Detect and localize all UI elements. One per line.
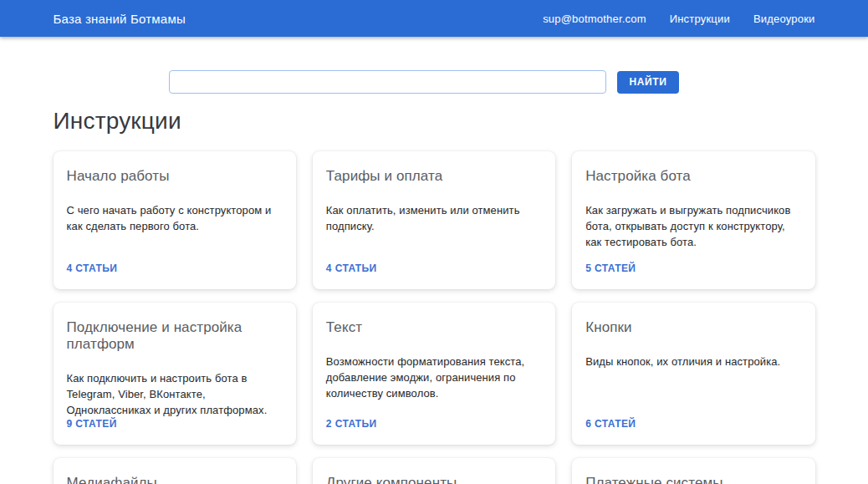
card-title: Подключение и настройка платформ [67,319,283,353]
search-button[interactable]: НАЙТИ [617,71,680,94]
category-card[interactable]: Другие компоненты [313,458,555,484]
category-card[interactable]: Медиафайлы [54,458,296,484]
card-articles-link[interactable]: 5 СТАТЕЙ [585,262,801,274]
category-card[interactable]: Тарифы и оплата Как оплатить, изменить и… [313,151,555,289]
card-articles-link[interactable]: 4 СТАТЬИ [67,262,283,274]
card-title: Медиафайлы [67,475,283,484]
card-title: Кнопки [585,319,801,336]
card-grid: Начало работы С чего начать работу с кон… [54,151,815,484]
page-title: Инструкции [54,108,815,135]
card-title: Текст [326,319,542,336]
card-description: Как загружать и выгружать подписчиков бо… [585,202,801,250]
card-articles-link[interactable]: 4 СТАТЬИ [326,262,542,274]
header-link-instructions[interactable]: Инструкции [670,13,730,25]
category-card[interactable]: Текст Возможности форматирования текста,… [313,303,555,445]
header-nav: sup@botmother.com Инструкции Видеоуроки [543,13,814,25]
card-description: Возможности форматирования текста, добав… [326,354,542,401]
main-content: Инструкции Начало работы С чего начать р… [54,108,815,484]
card-description: Как подключить и настроить бота в Telegr… [67,370,283,418]
search-bar: НАЙТИ [54,70,815,94]
category-card[interactable]: Начало работы С чего начать работу с кон… [54,151,296,289]
card-title: Другие компоненты [326,475,542,484]
card-title: Платежные системы [585,475,801,484]
card-description: С чего начать работу с конструктором и к… [67,202,283,234]
category-card[interactable]: Платежные системы [572,458,814,484]
card-articles-link[interactable]: 9 СТАТЕЙ [67,418,283,430]
card-title: Начало работы [67,168,283,185]
card-description: Как оплатить, изменить или отменить подп… [326,202,542,234]
category-card[interactable]: Подключение и настройка платформ Как под… [54,303,296,445]
app-title[interactable]: База знаний Ботмамы [54,12,186,26]
card-title: Тарифы и оплата [326,168,542,185]
card-title: Настройка бота [585,168,801,185]
header-link-video-lessons[interactable]: Видеоуроки [753,13,815,25]
search-input[interactable] [169,70,606,94]
card-articles-link[interactable]: 6 СТАТЕЙ [585,418,801,430]
app-header: База знаний Ботмамы sup@botmother.com Ин… [0,0,868,37]
card-description: Виды кнопок, их отличия и настройка. [585,354,801,369]
card-articles-link[interactable]: 2 СТАТЬИ [326,418,542,430]
category-card[interactable]: Настройка бота Как загружать и выгружать… [572,151,814,289]
category-card[interactable]: Кнопки Виды кнопок, их отличия и настрой… [572,303,814,445]
header-link-support-email[interactable]: sup@botmother.com [543,13,646,25]
